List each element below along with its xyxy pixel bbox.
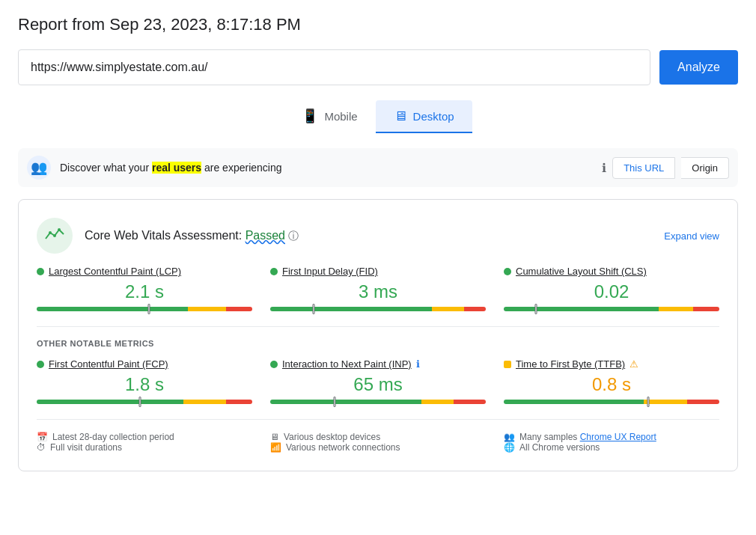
- footer-item: 🖥Various desktop devices: [270, 432, 486, 442]
- tab-desktop-label: Desktop: [413, 110, 454, 123]
- metric-link-fid[interactable]: First Input Delay (FID): [282, 266, 378, 277]
- footer-item: 📅Latest 28-day collection period: [37, 432, 252, 442]
- bar-marker-cls: [535, 304, 537, 314]
- footer-item: ⏱Full visit durations: [37, 442, 252, 453]
- mobile-icon: 📱: [302, 108, 318, 124]
- avatar: 👥: [27, 156, 51, 180]
- tab-mobile-label: Mobile: [324, 110, 357, 123]
- core-metrics-grid: Largest Contentful Paint (LCP) 2.1 s Fir…: [37, 266, 719, 311]
- metric-item-inp: Interaction to Next Paint (INP) ℹ 65 ms: [270, 358, 486, 404]
- bar-green-fcp: [37, 400, 183, 404]
- footer-text: Full visit durations: [50, 442, 122, 453]
- metric-value-ttfb: 0.8 s: [504, 374, 719, 395]
- metric-info-icon[interactable]: ℹ: [416, 358, 420, 370]
- dot-green: [270, 361, 278, 368]
- footer-icon: 📶: [270, 442, 281, 453]
- bar-green-lcp: [37, 307, 188, 311]
- bar-green-fid: [270, 307, 432, 311]
- cwv-header: Core Web Vitals Assessment: Passed ⓘ Exp…: [37, 218, 719, 254]
- bar-red-fid: [464, 307, 486, 311]
- metric-label-ttfb: Time to First Byte (TTFB) ⚠: [504, 358, 719, 370]
- cwv-passed-badge[interactable]: Passed: [246, 229, 285, 242]
- cwv-title-group: Core Web Vitals Assessment: Passed ⓘ: [37, 218, 299, 254]
- metric-link-ttfb[interactable]: Time to First Byte (TTFB): [516, 358, 625, 370]
- dot-green: [504, 268, 511, 275]
- svg-point-2: [58, 228, 61, 231]
- metric-bar-lcp: [37, 307, 252, 311]
- metric-bar-ttfb: [504, 400, 719, 404]
- bar-red-ttfb: [687, 400, 719, 404]
- metric-item-ttfb: Time to First Byte (TTFB) ⚠ 0.8 s: [504, 358, 719, 404]
- footer-text: Many samples Chrome UX Report: [519, 432, 656, 442]
- metric-item-cls: Cumulative Layout Shift (CLS) 0.02: [504, 266, 719, 311]
- dot-green: [37, 361, 44, 368]
- this-url-button[interactable]: This URL: [612, 157, 675, 179]
- svg-point-1: [53, 234, 56, 237]
- dot-yellow: [504, 361, 511, 368]
- bar-marker-fcp: [139, 397, 141, 407]
- tab-desktop[interactable]: 🖥 Desktop: [376, 100, 472, 133]
- bar-red-fcp: [226, 400, 252, 404]
- bar-marker-fid: [312, 304, 314, 314]
- bar-track-lcp: [37, 307, 252, 311]
- cwv-assessment-label: Core Web Vitals Assessment: Passed ⓘ: [85, 229, 299, 243]
- metric-value-fid: 3 ms: [270, 281, 486, 302]
- real-users-bar: 👥 Discover what your real users are expe…: [18, 148, 738, 187]
- metric-label-inp: Interaction to Next Paint (INP) ℹ: [270, 358, 486, 370]
- info-icon[interactable]: ℹ: [602, 161, 606, 175]
- metric-label-lcp: Largest Contentful Paint (LCP): [37, 266, 252, 277]
- metric-link-inp[interactable]: Interaction to Next Paint (INP): [282, 358, 412, 370]
- footer-text: Various network connections: [286, 442, 400, 453]
- footer-grid: 📅Latest 28-day collection period⏱Full vi…: [37, 419, 719, 453]
- tab-mobile[interactable]: 📱 Mobile: [284, 100, 375, 133]
- url-input[interactable]: [18, 49, 650, 85]
- footer-icon: 🖥: [270, 432, 279, 442]
- page-title: Report from Sep 23, 2023, 8:17:18 PM: [18, 15, 738, 34]
- bar-track-fid: [270, 307, 486, 311]
- footer-item: 👥Many samples Chrome UX Report: [504, 432, 719, 442]
- tabs-row: 📱 Mobile 🖥 Desktop: [18, 100, 738, 133]
- bar-marker-inp: [334, 397, 336, 407]
- bar-yellow-fid: [432, 307, 464, 311]
- metric-value-lcp: 2.1 s: [37, 281, 252, 302]
- metric-item-lcp: Largest Contentful Paint (LCP) 2.1 s: [37, 266, 252, 311]
- footer-icon: ⏱: [37, 442, 46, 453]
- bar-yellow-lcp: [188, 307, 227, 311]
- metric-bar-fcp: [37, 400, 252, 404]
- footer-text: Latest 28-day collection period: [52, 432, 174, 442]
- metrics-divider: [37, 326, 719, 327]
- bar-marker-ttfb: [647, 397, 649, 407]
- metric-link-lcp[interactable]: Largest Contentful Paint (LCP): [49, 266, 181, 277]
- metric-item-fcp: First Contentful Paint (FCP) 1.8 s: [37, 358, 252, 404]
- bar-yellow-cls: [659, 307, 693, 311]
- analyze-button[interactable]: Analyze: [659, 50, 738, 85]
- metric-label-fcp: First Contentful Paint (FCP): [37, 358, 252, 370]
- expand-view-button[interactable]: Expand view: [664, 230, 719, 242]
- highlight-real-users: real users: [152, 162, 201, 174]
- real-users-text: Discover what your real users are experi…: [60, 162, 282, 174]
- metric-link-cls[interactable]: Cumulative Layout Shift (CLS): [516, 266, 647, 277]
- footer-item: 🌐All Chrome versions: [504, 442, 719, 453]
- bar-green-cls: [504, 307, 659, 311]
- metric-value-cls: 0.02: [504, 281, 719, 302]
- bar-track-ttfb: [504, 400, 719, 404]
- metric-link-fcp[interactable]: First Contentful Paint (FCP): [49, 358, 168, 370]
- footer-icon: 📅: [37, 432, 48, 442]
- footer-col-2: 🖥Various desktop devices📶Various network…: [270, 432, 486, 453]
- origin-button[interactable]: Origin: [681, 157, 729, 179]
- metric-bar-cls: [504, 307, 719, 311]
- real-users-left: 👥 Discover what your real users are expe…: [27, 156, 282, 180]
- footer-icon: 👥: [504, 432, 515, 442]
- real-users-right: ℹ This URL Origin: [602, 157, 729, 179]
- warning-icon: ⚠: [630, 358, 638, 370]
- other-metrics-label: OTHER NOTABLE METRICS: [37, 339, 719, 348]
- bar-track-fcp: [37, 400, 252, 404]
- svg-point-0: [49, 231, 52, 234]
- cwv-info-icon[interactable]: ⓘ: [288, 230, 299, 242]
- footer-text: All Chrome versions: [519, 442, 600, 453]
- metric-value-inp: 65 ms: [270, 374, 486, 395]
- metric-item-fid: First Input Delay (FID) 3 ms: [270, 266, 486, 311]
- footer-link[interactable]: Chrome UX Report: [580, 432, 656, 442]
- bar-red-cls: [693, 307, 719, 311]
- metric-label-cls: Cumulative Layout Shift (CLS): [504, 266, 719, 277]
